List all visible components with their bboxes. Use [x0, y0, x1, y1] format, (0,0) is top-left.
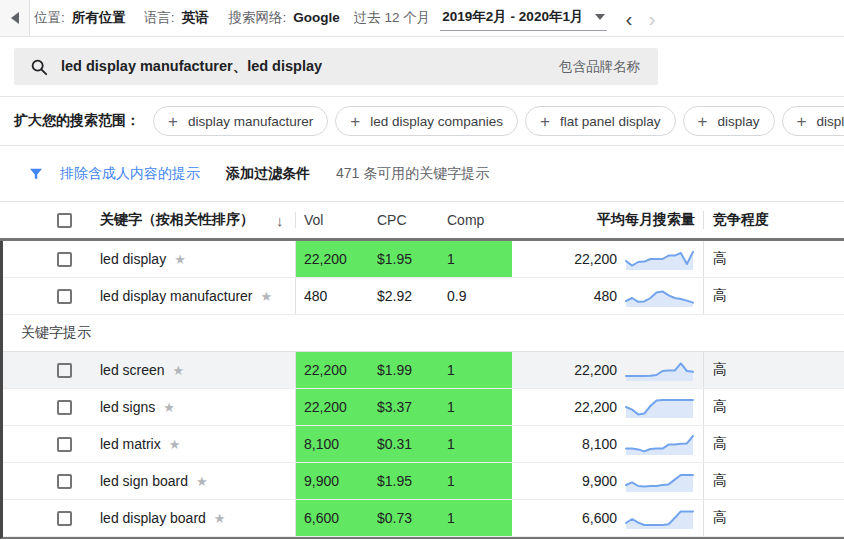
- vol-value: 22,200: [295, 352, 369, 388]
- row-checkbox[interactable]: [57, 363, 72, 378]
- add-filter-button[interactable]: 添加过滤条件: [226, 165, 310, 183]
- avg-monthly-searches-cell: 22,200: [512, 389, 703, 425]
- add-keyword-chip[interactable]: +display technology: [782, 106, 844, 136]
- cpc-value: $3.37: [369, 389, 439, 425]
- chip-label: flat panel display: [560, 114, 661, 129]
- avg-monthly-searches-value: 9,900: [582, 473, 617, 489]
- checkbox-cell: [3, 352, 100, 388]
- date-range-select[interactable]: 2019年2月 - 2020年1月: [440, 6, 607, 31]
- keyword-text: led sign board: [100, 473, 188, 489]
- add-keyword-chip[interactable]: +display: [683, 106, 775, 136]
- vol-value: 480: [295, 278, 369, 314]
- checkbox-cell: [3, 278, 100, 314]
- language-value[interactable]: 英语: [182, 9, 209, 27]
- keyword-text: led matrix: [100, 436, 161, 452]
- row-checkbox[interactable]: [57, 511, 72, 526]
- chip-label: display technology: [816, 114, 844, 129]
- select-all-checkbox[interactable]: [57, 213, 72, 228]
- plus-icon: +: [168, 113, 178, 130]
- competition-level-value: 高: [703, 278, 844, 314]
- keyword-text: led display manufacturer: [100, 288, 253, 304]
- keyword-search-box[interactable]: led display manufacturer、led display 包含品…: [14, 48, 658, 85]
- search-volume-sparkline: [624, 431, 695, 457]
- checkbox-cell: [3, 500, 100, 536]
- avg-monthly-searches-value: 480: [594, 288, 617, 304]
- sort-descending-icon[interactable]: ↓: [276, 212, 284, 229]
- table-row: led display manufacturer★480$2.920.9480高: [3, 278, 844, 315]
- keyword-cell: led sign board★: [100, 463, 295, 499]
- row-checkbox[interactable]: [57, 437, 72, 452]
- table-row: led display★22,200$1.95122,200高: [3, 241, 844, 278]
- avg-monthly-searches-cell: 22,200: [512, 241, 703, 277]
- avg-monthly-searches-cell: 6,600: [512, 500, 703, 536]
- chip-label: display manufacturer: [188, 114, 313, 129]
- favorite-star-icon[interactable]: ★: [261, 289, 273, 304]
- exclude-adult-filter-link[interactable]: 排除含成人内容的提示: [60, 165, 200, 183]
- top-filter-bar: 位置: 所有位置 语言: 英语 搜索网络: Google 过去 12 个月 20…: [0, 0, 844, 37]
- comp-value: 1: [439, 389, 512, 425]
- plus-icon: +: [698, 113, 708, 130]
- row-checkbox[interactable]: [57, 289, 72, 304]
- checkbox-cell: [3, 389, 100, 425]
- row-checkbox[interactable]: [57, 252, 72, 267]
- comp-column-header[interactable]: Comp: [439, 212, 512, 228]
- table-row: led screen★22,200$1.99122,200高: [3, 352, 844, 389]
- filter-funnel-icon: [28, 166, 44, 182]
- search-volume-sparkline: [624, 468, 695, 494]
- vol-column-header[interactable]: Vol: [295, 212, 369, 228]
- avg-monthly-searches-value: 8,100: [582, 436, 617, 452]
- chip-label: display: [717, 114, 759, 129]
- avg-monthly-searches-cell: 8,100: [512, 426, 703, 462]
- back-arrow-icon: [11, 12, 19, 24]
- favorite-star-icon[interactable]: ★: [169, 437, 181, 452]
- search-volume-sparkline: [624, 394, 695, 420]
- competition-column-header[interactable]: 竞争程度: [703, 211, 844, 229]
- keyword-suggestions-section-label: 关键字提示: [3, 315, 844, 352]
- network-filter[interactable]: 搜索网络: Google: [229, 9, 340, 27]
- location-label: 位置:: [34, 9, 65, 27]
- avg-monthly-searches-cell: 22,200: [512, 352, 703, 388]
- checkbox-cell: [3, 426, 100, 462]
- add-keyword-chip[interactable]: +led display companies: [335, 106, 518, 136]
- add-keyword-chip[interactable]: +display manufacturer: [153, 106, 328, 136]
- cpc-column-header[interactable]: CPC: [369, 212, 439, 228]
- date-range-value: 2019年2月 - 2020年1月: [442, 8, 583, 26]
- broaden-search-section: 扩大您的搜索范围： +display manufacturer+led disp…: [0, 97, 844, 146]
- comp-value: 1: [439, 241, 512, 277]
- competition-level-value: 高: [703, 241, 844, 277]
- avg-monthly-searches-header[interactable]: 平均每月搜索量: [512, 211, 703, 229]
- search-query-text[interactable]: led display manufacturer、led display: [61, 57, 322, 76]
- location-value[interactable]: 所有位置: [72, 9, 126, 27]
- keyword-cell: led signs★: [100, 389, 295, 425]
- table-row: led signs★22,200$3.37122,200高: [3, 389, 844, 426]
- next-period-button[interactable]: ›: [646, 8, 657, 29]
- keyword-cell: led matrix★: [100, 426, 295, 462]
- include-brand-names-label[interactable]: 包含品牌名称: [559, 58, 640, 76]
- plus-icon: +: [540, 113, 550, 130]
- row-checkbox[interactable]: [57, 400, 72, 415]
- comp-value: 1: [439, 352, 512, 388]
- favorite-star-icon[interactable]: ★: [174, 252, 186, 267]
- network-value[interactable]: Google: [293, 10, 340, 25]
- comp-value: 1: [439, 463, 512, 499]
- language-filter[interactable]: 语言: 英语: [144, 9, 209, 27]
- add-keyword-chip[interactable]: +flat panel display: [525, 106, 676, 136]
- favorite-star-icon[interactable]: ★: [196, 474, 208, 489]
- avg-monthly-searches-value: 22,200: [574, 399, 617, 415]
- previous-period-button[interactable]: ‹: [623, 8, 634, 29]
- favorite-star-icon[interactable]: ★: [214, 511, 226, 526]
- favorite-star-icon[interactable]: ★: [163, 400, 175, 415]
- language-label: 语言:: [144, 9, 175, 27]
- comp-value: 1: [439, 500, 512, 536]
- location-filter[interactable]: 位置: 所有位置: [34, 9, 126, 27]
- table-row: led sign board★9,900$1.9519,900高: [3, 463, 844, 500]
- period-label: 过去 12 个月: [354, 9, 431, 27]
- favorite-star-icon[interactable]: ★: [173, 363, 185, 378]
- competition-level-value: 高: [703, 352, 844, 388]
- back-button[interactable]: [0, 0, 30, 36]
- row-checkbox[interactable]: [57, 474, 72, 489]
- competition-level-value: 高: [703, 463, 844, 499]
- checkbox-cell: [3, 241, 100, 277]
- keyword-column-header[interactable]: 关键字（按相关性排序）: [100, 211, 254, 229]
- keyword-text: led screen: [100, 362, 165, 378]
